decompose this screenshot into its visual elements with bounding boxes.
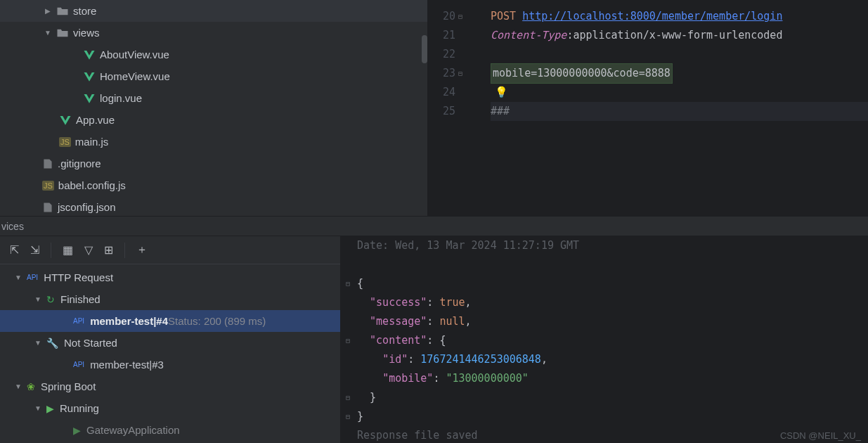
- json-brace: {: [439, 334, 446, 347]
- api-icon: API: [73, 317, 84, 325]
- fold-marker-icon[interactable]: ⊟: [346, 274, 350, 293]
- svc-member-test-3[interactable]: API member-test | #3: [0, 354, 340, 375]
- bottom-split: ⇱ ⇲ ▦ ▽ ⊞ ＋ ▼ API HTTP Request ▼ ↻ Finis…: [0, 236, 868, 443]
- fold-marker-icon[interactable]: ⊟: [458, 64, 462, 83]
- chevron-down-icon: ▼: [32, 404, 44, 412]
- play-icon: ▶: [73, 425, 81, 436]
- code-line: 💡: [491, 83, 868, 102]
- add-config-icon[interactable]: ⊞: [104, 243, 113, 257]
- code-line: Content-Type: application/x-www-form-url…: [491, 26, 868, 45]
- services-panel: ⇱ ⇲ ▦ ▽ ⊞ ＋ ▼ API HTTP Request ▼ ↻ Finis…: [0, 236, 340, 443]
- resp-line: ⊟ "content": {: [357, 331, 868, 350]
- editor-content[interactable]: ⊟POST http://localhost:8000/member/membe…: [469, 0, 868, 216]
- js-icon: JS: [59, 137, 71, 147]
- tree-label: .gitignore: [58, 158, 101, 169]
- json-value: true: [439, 296, 465, 309]
- svc-label: Finished: [60, 293, 101, 305]
- svc-notstarted-group[interactable]: ▼ 🔧 Not Started: [0, 332, 340, 354]
- vue-icon: [83, 93, 96, 104]
- json-brace: {: [357, 277, 363, 290]
- fold-marker-icon[interactable]: ⊟: [346, 388, 350, 407]
- http-url: http://localhost:8000/member/member/logi…: [522, 7, 782, 26]
- line-number: 20: [427, 7, 455, 26]
- tree-label: main.js: [75, 136, 109, 148]
- tree-item-babel[interactable]: JS babel.config.js: [0, 174, 427, 196]
- tree-label: AboutView.vue: [100, 49, 169, 60]
- chevron-down-icon: ▼: [13, 274, 24, 281]
- group-icon[interactable]: ▦: [63, 243, 73, 257]
- http-method: POST: [491, 7, 516, 26]
- chevron-down-icon: ▼: [42, 29, 53, 37]
- svc-http-request[interactable]: ▼ API HTTP Request: [0, 267, 340, 288]
- vue-icon: [83, 71, 96, 82]
- tree-item-appvue[interactable]: App.vue: [0, 109, 427, 131]
- json-brace: }: [357, 410, 363, 423]
- add-icon[interactable]: ＋: [136, 243, 148, 257]
- tree-scrollbar[interactable]: [422, 35, 427, 63]
- resp-line: ⊟{: [357, 274, 868, 293]
- svc-gateway-app[interactable]: ▶ GatewayApplication: [0, 419, 340, 441]
- tree-label: HomeView.vue: [100, 70, 170, 82]
- http-terminator: ###: [491, 102, 510, 121]
- svc-test-name: member-test: [90, 359, 149, 371]
- json-key: "message": [370, 315, 427, 328]
- svc-running-group[interactable]: ▼ ▶ Running: [0, 397, 340, 419]
- lightbulb-icon[interactable]: 💡: [495, 83, 508, 102]
- svc-label: Running: [60, 402, 99, 414]
- resp-line: ⊟ }: [357, 388, 868, 407]
- resp-line: "message": null,: [357, 312, 868, 331]
- tree-item-jsconfig[interactable]: jsconfig.json: [0, 196, 427, 216]
- vue-icon: [59, 115, 72, 126]
- expand-all-icon[interactable]: ⇱: [10, 243, 19, 257]
- play-icon: ▶: [46, 403, 54, 414]
- header-sep: :: [566, 26, 573, 45]
- toolbar-separator: [51, 243, 51, 258]
- collapse-all-icon[interactable]: ⇲: [30, 243, 39, 257]
- json-key: "success": [370, 296, 427, 309]
- tree-item-mainjs[interactable]: JS main.js: [0, 131, 427, 153]
- svc-test-num: #3: [152, 359, 164, 371]
- code-line: ⊟mobile=13000000000&code=8888: [491, 64, 868, 83]
- tree-item-about[interactable]: AboutView.vue: [0, 44, 427, 65]
- line-number: 22: [427, 45, 455, 64]
- panel-tab-label[interactable]: vices: [0, 217, 868, 236]
- svc-spring-boot[interactable]: ▼ ❀ Spring Boot: [0, 375, 340, 397]
- tree-label: App.vue: [76, 114, 115, 126]
- svc-test-name: member-test: [90, 315, 153, 327]
- fold-marker-icon[interactable]: ⊟: [346, 407, 350, 426]
- fold-marker-icon[interactable]: ⊟: [458, 7, 462, 26]
- bottom-panel: vices ⇱ ⇲ ▦ ▽ ⊞ ＋ ▼ API HTTP Request ▼: [0, 217, 868, 443]
- tree-item-store[interactable]: ▶ store: [0, 0, 427, 22]
- tree-label: views: [73, 27, 100, 39]
- json-value: 1767241446253006848: [420, 353, 541, 366]
- chevron-down-icon: ▼: [32, 339, 44, 347]
- tree-item-home[interactable]: HomeView.vue: [0, 65, 427, 87]
- tree-item-views[interactable]: ▼ views: [0, 22, 427, 44]
- code-line: [491, 45, 868, 64]
- tree-item-gitignore[interactable]: .gitignore: [0, 153, 427, 174]
- js-icon: JS: [42, 181, 54, 191]
- tree-label: login.vue: [100, 92, 142, 104]
- tree-item-login[interactable]: login.vue: [0, 87, 427, 109]
- code-editor[interactable]: 20 21 22 23 24 25 ⊟POST http://localhost…: [427, 0, 868, 216]
- svc-finished-group[interactable]: ▼ ↻ Finished: [0, 288, 340, 310]
- code-line: ⊟POST http://localhost:8000/member/membe…: [491, 7, 868, 26]
- line-number: 23: [427, 64, 455, 83]
- code-line: ###: [491, 102, 868, 121]
- vue-icon: [83, 49, 96, 60]
- folder-icon: [56, 6, 69, 16]
- json-key: "content": [370, 334, 427, 347]
- fold-marker-icon[interactable]: ⊟: [346, 331, 350, 350]
- svc-member-test-4[interactable]: API member-test | #4 Status: 200 (899 ms…: [0, 310, 340, 332]
- http-header-name: Content-Type: [491, 26, 566, 45]
- resp-line: [357, 255, 868, 274]
- http-header-value: application/x-www-form-urlencoded: [573, 26, 782, 45]
- svc-label: Spring Boot: [41, 380, 96, 392]
- json-brace: }: [370, 391, 376, 404]
- services-tree: ▼ API HTTP Request ▼ ↻ Finished API memb…: [0, 264, 340, 441]
- filter-icon[interactable]: ▽: [84, 243, 93, 257]
- spring-icon: ❀: [27, 381, 35, 392]
- tree-label: store: [73, 5, 96, 17]
- resp-header-date: Date: Wed, 13 Mar 2024 11:27:19 GMT: [357, 236, 868, 255]
- response-panel[interactable]: Date: Wed, 13 Mar 2024 11:27:19 GMT ⊟{ "…: [340, 236, 868, 443]
